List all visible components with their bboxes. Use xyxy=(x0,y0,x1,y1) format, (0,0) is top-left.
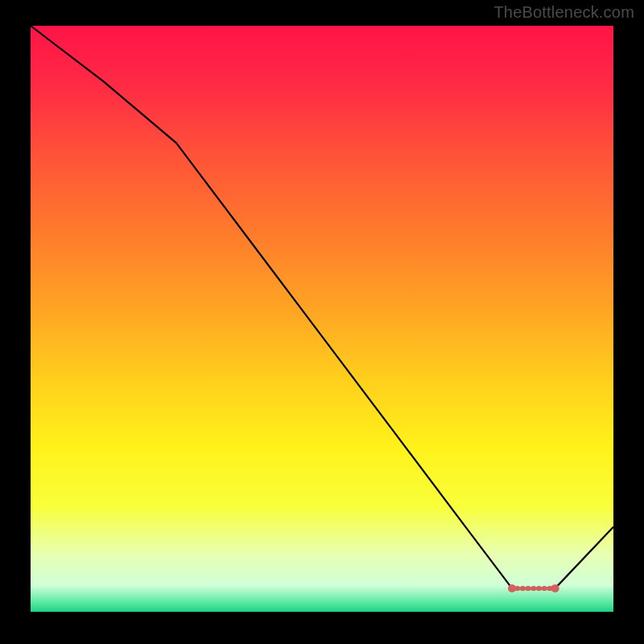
svg-point-4 xyxy=(526,586,530,591)
svg-point-2 xyxy=(515,586,520,591)
svg-point-5 xyxy=(531,586,536,591)
svg-point-6 xyxy=(536,586,541,591)
svg-point-9 xyxy=(551,584,559,592)
svg-point-3 xyxy=(520,586,525,591)
svg-point-7 xyxy=(542,586,547,591)
chart-root: TheBottleneck.com xyxy=(0,0,644,644)
line-chart xyxy=(0,0,644,644)
plot-background xyxy=(31,26,613,612)
